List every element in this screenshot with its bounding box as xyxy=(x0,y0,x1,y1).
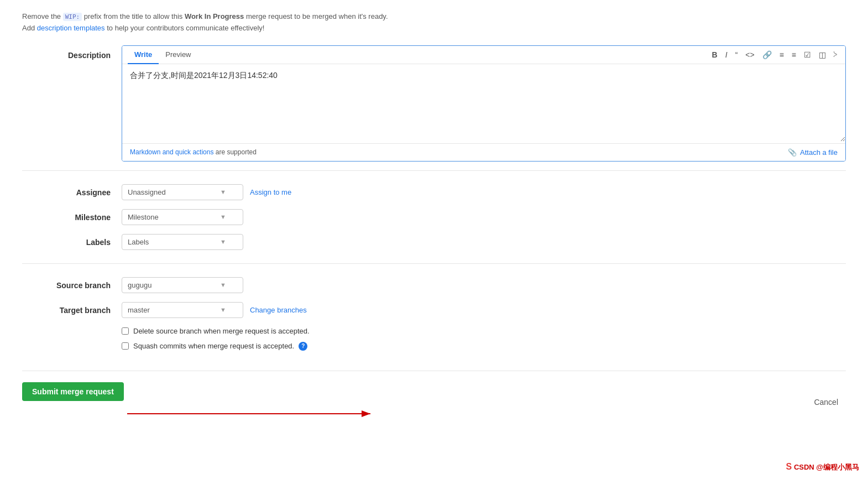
chevron-down-icon: ▼ xyxy=(220,282,226,288)
source-branch-select[interactable]: gugugu ▼ xyxy=(122,277,243,293)
editor-tabs-bar: Write Preview B I “ <> 🔗 ≡ ≡ ☑ ◫ ⧽ xyxy=(122,46,845,64)
squash-commits-checkbox[interactable] xyxy=(122,342,129,350)
editor-footer: Markdown and quick actions are supported… xyxy=(122,143,845,161)
chevron-down-icon: ▼ xyxy=(220,189,226,195)
wip-badge: WIP: xyxy=(63,13,82,21)
assignee-section: Assignee Unassigned ▼ Assign to me Miles… xyxy=(22,170,846,263)
notice-prefix: Remove the xyxy=(22,12,63,20)
tab-write[interactable]: Write xyxy=(128,46,159,64)
assignee-row: Assignee Unassigned ▼ Assign to me xyxy=(22,184,846,200)
description-editor: Write Preview B I “ <> 🔗 ≡ ≡ ☑ ◫ ⧽ 合并了分支… xyxy=(122,45,846,162)
form-actions: Submit merge request Cancel xyxy=(22,371,846,422)
notice2-suffix: to help your contributors communicate ef… xyxy=(105,24,265,32)
link-button[interactable]: 🔗 xyxy=(760,49,774,60)
chevron-down-icon: ▼ xyxy=(220,238,226,245)
tab-preview[interactable]: Preview xyxy=(159,46,197,64)
chevron-down-icon: ▼ xyxy=(220,306,226,313)
milestone-select-display[interactable]: Milestone ▼ xyxy=(122,209,243,225)
ordered-list-button[interactable]: ≡ xyxy=(789,49,798,60)
attach-file-button[interactable]: 📎 Attach a file xyxy=(788,148,838,157)
wip-bold: Work In Progress xyxy=(185,12,244,20)
delete-source-label[interactable]: Delete source branch when merge request … xyxy=(133,327,310,335)
table-button[interactable]: ◫ xyxy=(817,49,828,60)
change-branches-link[interactable]: Change branches xyxy=(250,306,307,314)
assignee-select-display[interactable]: Unassigned ▼ xyxy=(122,184,243,200)
milestone-select[interactable]: Milestone ▼ xyxy=(122,209,243,225)
fullscreen-button[interactable]: ⧽ xyxy=(832,49,840,60)
assign-to-me-link[interactable]: Assign to me xyxy=(250,188,291,196)
milestone-controls: Milestone ▼ xyxy=(122,209,846,225)
squash-commits-label[interactable]: Squash commits when merge request is acc… xyxy=(133,342,294,350)
bullet-list-button[interactable]: ≡ xyxy=(777,49,786,60)
cancel-button[interactable]: Cancel xyxy=(806,393,846,412)
assignee-select[interactable]: Unassigned ▼ xyxy=(122,184,243,200)
bold-button[interactable]: B xyxy=(710,49,720,60)
target-branch-label: Target branch xyxy=(22,302,122,315)
target-branch-select[interactable]: master ▼ xyxy=(122,302,243,318)
target-branch-select-display[interactable]: master ▼ xyxy=(122,302,243,318)
source-branch-label: Source branch xyxy=(22,277,122,290)
source-branch-select-display[interactable]: gugugu ▼ xyxy=(122,277,243,293)
arrow-svg xyxy=(122,405,376,422)
quote-button[interactable]: “ xyxy=(733,49,740,60)
target-branch-row: Target branch master ▼ Change branches xyxy=(22,302,846,318)
milestone-label: Milestone xyxy=(22,209,122,222)
target-branch-controls: master ▼ Change branches xyxy=(122,302,846,318)
delete-source-checkbox[interactable] xyxy=(122,327,129,335)
assignee-label: Assignee xyxy=(22,184,122,197)
notice2-prefix: Add xyxy=(22,24,37,32)
submit-merge-request-button[interactable]: Submit merge request xyxy=(22,382,124,401)
labels-select[interactable]: Labels ▼ xyxy=(122,234,243,250)
labels-label: Labels xyxy=(22,234,122,247)
squash-commits-checkbox-row: Squash commits when merge request is acc… xyxy=(122,342,846,351)
delete-source-checkbox-row: Delete source branch when merge request … xyxy=(122,327,846,335)
description-section: Description Write Preview B I “ <> 🔗 ≡ ≡… xyxy=(22,45,846,162)
arrow-annotation xyxy=(122,405,376,422)
task-list-button[interactable]: ☑ xyxy=(802,49,813,60)
code-button[interactable]: <> xyxy=(743,49,756,60)
notice-suffix: merge request to be merged when it's rea… xyxy=(244,12,388,20)
labels-row: Labels Labels ▼ xyxy=(22,234,846,250)
squash-help-icon[interactable]: ? xyxy=(299,342,307,351)
italic-button[interactable]: I xyxy=(723,49,730,60)
description-templates-link[interactable]: description templates xyxy=(37,24,105,32)
markdown-quick-actions-link[interactable]: Markdown and quick actions xyxy=(130,148,213,156)
branch-section: Source branch gugugu ▼ Target branch mas… xyxy=(22,263,846,371)
milestone-row: Milestone Milestone ▼ xyxy=(22,209,846,225)
wip-notice: Remove the WIP: prefix from the title to… xyxy=(22,11,846,34)
markdown-hint: Markdown and quick actions are supported xyxy=(130,148,257,156)
editor-toolbar: B I “ <> 🔗 ≡ ≡ ☑ ◫ ⧽ xyxy=(710,46,840,64)
description-textarea[interactable]: 合并了分支,时间是2021年12月3日14:52:40 xyxy=(122,64,845,142)
labels-controls: Labels ▼ xyxy=(122,234,846,250)
chevron-down-icon: ▼ xyxy=(220,214,226,220)
source-branch-row: Source branch gugugu ▼ xyxy=(22,277,846,293)
attach-icon: 📎 xyxy=(788,148,797,157)
assignee-controls: Unassigned ▼ Assign to me xyxy=(122,184,846,200)
labels-select-display[interactable]: Labels ▼ xyxy=(122,234,243,250)
source-branch-controls: gugugu ▼ xyxy=(122,277,846,293)
notice-middle: prefix from the title to allow this xyxy=(82,12,185,20)
description-label: Description xyxy=(22,45,122,60)
